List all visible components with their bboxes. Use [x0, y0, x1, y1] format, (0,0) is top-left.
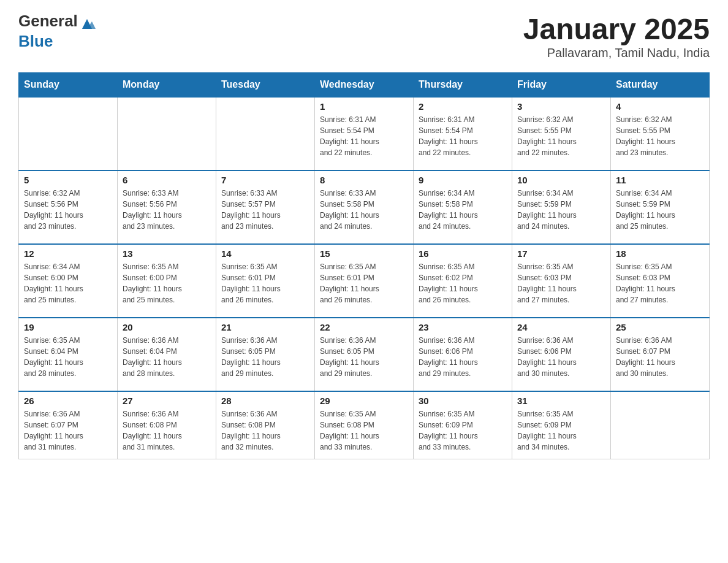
day-info: Sunrise: 6:36 AM Sunset: 6:07 PM Dayligh… — [616, 335, 704, 379]
day-number: 23 — [419, 322, 507, 332]
day-info: Sunrise: 6:36 AM Sunset: 6:04 PM Dayligh… — [123, 335, 211, 379]
calendar-title: January 2025 — [523, 12, 710, 46]
logo-text: General Blue — [18, 12, 96, 50]
calendar-cell: 16Sunrise: 6:35 AM Sunset: 6:02 PM Dayli… — [414, 244, 512, 318]
day-info: Sunrise: 6:35 AM Sunset: 6:08 PM Dayligh… — [320, 408, 408, 453]
calendar-table: SundayMondayTuesdayWednesdayThursdayFrid… — [18, 72, 710, 459]
header-row: SundayMondayTuesdayWednesdayThursdayFrid… — [19, 73, 710, 98]
logo-icon — [78, 15, 96, 33]
header-cell-tuesday: Tuesday — [216, 73, 315, 98]
day-info: Sunrise: 6:36 AM Sunset: 6:07 PM Dayligh… — [24, 408, 112, 453]
day-info: Sunrise: 6:32 AM Sunset: 5:56 PM Dayligh… — [24, 188, 112, 232]
day-number: 22 — [320, 322, 408, 332]
header-cell-saturday: Saturday — [611, 73, 710, 98]
day-number: 10 — [517, 175, 605, 185]
day-info: Sunrise: 6:32 AM Sunset: 5:55 PM Dayligh… — [616, 114, 704, 158]
day-info: Sunrise: 6:34 AM Sunset: 6:00 PM Dayligh… — [24, 261, 112, 305]
day-number: 2 — [419, 101, 507, 112]
title-block: January 2025 Pallavaram, Tamil Nadu, Ind… — [523, 12, 710, 60]
calendar-cell: 5Sunrise: 6:32 AM Sunset: 5:56 PM Daylig… — [19, 170, 118, 244]
calendar-cell — [118, 97, 216, 170]
calendar-cell: 27Sunrise: 6:36 AM Sunset: 6:08 PM Dayli… — [118, 391, 216, 459]
calendar-cell: 12Sunrise: 6:34 AM Sunset: 6:00 PM Dayli… — [19, 244, 118, 318]
header-cell-thursday: Thursday — [414, 73, 512, 98]
calendar-cell: 25Sunrise: 6:36 AM Sunset: 6:07 PM Dayli… — [611, 318, 710, 391]
day-info: Sunrise: 6:34 AM Sunset: 5:58 PM Dayligh… — [419, 188, 507, 232]
day-number: 8 — [320, 175, 408, 185]
day-info: Sunrise: 6:33 AM Sunset: 5:56 PM Dayligh… — [123, 188, 211, 232]
calendar-cell: 30Sunrise: 6:35 AM Sunset: 6:09 PM Dayli… — [414, 391, 512, 459]
calendar-cell: 19Sunrise: 6:35 AM Sunset: 6:04 PM Dayli… — [19, 318, 118, 391]
day-info: Sunrise: 6:31 AM Sunset: 5:54 PM Dayligh… — [320, 114, 408, 158]
calendar-cell — [19, 97, 118, 170]
day-info: Sunrise: 6:34 AM Sunset: 5:59 PM Dayligh… — [517, 188, 605, 232]
day-number: 5 — [24, 175, 112, 185]
day-info: Sunrise: 6:33 AM Sunset: 5:58 PM Dayligh… — [320, 188, 408, 232]
day-info: Sunrise: 6:35 AM Sunset: 6:09 PM Dayligh… — [517, 408, 605, 453]
day-info: Sunrise: 6:36 AM Sunset: 6:06 PM Dayligh… — [517, 335, 605, 379]
calendar-cell: 7Sunrise: 6:33 AM Sunset: 5:57 PM Daylig… — [216, 170, 315, 244]
day-number: 18 — [616, 248, 704, 259]
day-number: 13 — [123, 248, 211, 259]
day-info: Sunrise: 6:35 AM Sunset: 6:04 PM Dayligh… — [24, 335, 112, 379]
day-info: Sunrise: 6:35 AM Sunset: 6:03 PM Dayligh… — [517, 261, 605, 305]
calendar-cell: 3Sunrise: 6:32 AM Sunset: 5:55 PM Daylig… — [512, 97, 611, 170]
calendar-cell: 29Sunrise: 6:35 AM Sunset: 6:08 PM Dayli… — [315, 391, 414, 459]
day-number: 4 — [616, 101, 704, 112]
page-header: General Blue January 2025 Pallavaram, Ta… — [18, 12, 710, 60]
day-number: 31 — [517, 396, 605, 406]
calendar-row-3: 12Sunrise: 6:34 AM Sunset: 6:00 PM Dayli… — [19, 244, 710, 318]
calendar-row-5: 26Sunrise: 6:36 AM Sunset: 6:07 PM Dayli… — [19, 391, 710, 459]
calendar-header: SundayMondayTuesdayWednesdayThursdayFrid… — [19, 73, 710, 98]
logo-blue-text: Blue — [18, 32, 53, 50]
calendar-subtitle: Pallavaram, Tamil Nadu, India — [523, 46, 710, 60]
day-number: 25 — [616, 322, 704, 332]
calendar-cell: 28Sunrise: 6:36 AM Sunset: 6:08 PM Dayli… — [216, 391, 315, 459]
day-number: 11 — [616, 175, 704, 185]
day-number: 17 — [517, 248, 605, 259]
day-info: Sunrise: 6:35 AM Sunset: 6:03 PM Dayligh… — [616, 261, 704, 305]
day-info: Sunrise: 6:34 AM Sunset: 5:59 PM Dayligh… — [616, 188, 704, 232]
calendar-cell: 23Sunrise: 6:36 AM Sunset: 6:06 PM Dayli… — [414, 318, 512, 391]
calendar-cell: 1Sunrise: 6:31 AM Sunset: 5:54 PM Daylig… — [315, 97, 414, 170]
day-info: Sunrise: 6:35 AM Sunset: 6:01 PM Dayligh… — [221, 261, 309, 305]
header-cell-friday: Friday — [512, 73, 611, 98]
calendar-cell: 14Sunrise: 6:35 AM Sunset: 6:01 PM Dayli… — [216, 244, 315, 318]
day-number: 6 — [123, 175, 211, 185]
day-number: 16 — [419, 248, 507, 259]
calendar-cell: 8Sunrise: 6:33 AM Sunset: 5:58 PM Daylig… — [315, 170, 414, 244]
day-info: Sunrise: 6:33 AM Sunset: 5:57 PM Dayligh… — [221, 188, 309, 232]
day-number: 28 — [221, 396, 309, 406]
day-info: Sunrise: 6:35 AM Sunset: 6:09 PM Dayligh… — [419, 408, 507, 453]
day-number: 20 — [123, 322, 211, 332]
day-number: 24 — [517, 322, 605, 332]
calendar-cell: 24Sunrise: 6:36 AM Sunset: 6:06 PM Dayli… — [512, 318, 611, 391]
day-number: 30 — [419, 396, 507, 406]
calendar-cell: 31Sunrise: 6:35 AM Sunset: 6:09 PM Dayli… — [512, 391, 611, 459]
day-info: Sunrise: 6:35 AM Sunset: 6:00 PM Dayligh… — [123, 261, 211, 305]
calendar-cell: 4Sunrise: 6:32 AM Sunset: 5:55 PM Daylig… — [611, 97, 710, 170]
day-info: Sunrise: 6:36 AM Sunset: 6:06 PM Dayligh… — [419, 335, 507, 379]
header-cell-monday: Monday — [118, 73, 216, 98]
calendar-row-4: 19Sunrise: 6:35 AM Sunset: 6:04 PM Dayli… — [19, 318, 710, 391]
logo: General Blue — [18, 12, 96, 50]
calendar-cell: 11Sunrise: 6:34 AM Sunset: 5:59 PM Dayli… — [611, 170, 710, 244]
calendar-cell: 6Sunrise: 6:33 AM Sunset: 5:56 PM Daylig… — [118, 170, 216, 244]
calendar-cell: 26Sunrise: 6:36 AM Sunset: 6:07 PM Dayli… — [19, 391, 118, 459]
day-info: Sunrise: 6:32 AM Sunset: 5:55 PM Dayligh… — [517, 114, 605, 158]
day-info: Sunrise: 6:36 AM Sunset: 6:08 PM Dayligh… — [123, 408, 211, 453]
calendar-cell: 18Sunrise: 6:35 AM Sunset: 6:03 PM Dayli… — [611, 244, 710, 318]
calendar-cell — [611, 391, 710, 459]
day-info: Sunrise: 6:35 AM Sunset: 6:02 PM Dayligh… — [419, 261, 507, 305]
header-cell-sunday: Sunday — [19, 73, 118, 98]
header-cell-wednesday: Wednesday — [315, 73, 414, 98]
day-number: 19 — [24, 322, 112, 332]
day-number: 15 — [320, 248, 408, 259]
calendar-cell: 9Sunrise: 6:34 AM Sunset: 5:58 PM Daylig… — [414, 170, 512, 244]
day-number: 14 — [221, 248, 309, 259]
day-number: 7 — [221, 175, 309, 185]
day-info: Sunrise: 6:36 AM Sunset: 6:05 PM Dayligh… — [221, 335, 309, 379]
calendar-cell — [216, 97, 315, 170]
day-info: Sunrise: 6:36 AM Sunset: 6:05 PM Dayligh… — [320, 335, 408, 379]
calendar-row-2: 5Sunrise: 6:32 AM Sunset: 5:56 PM Daylig… — [19, 170, 710, 244]
